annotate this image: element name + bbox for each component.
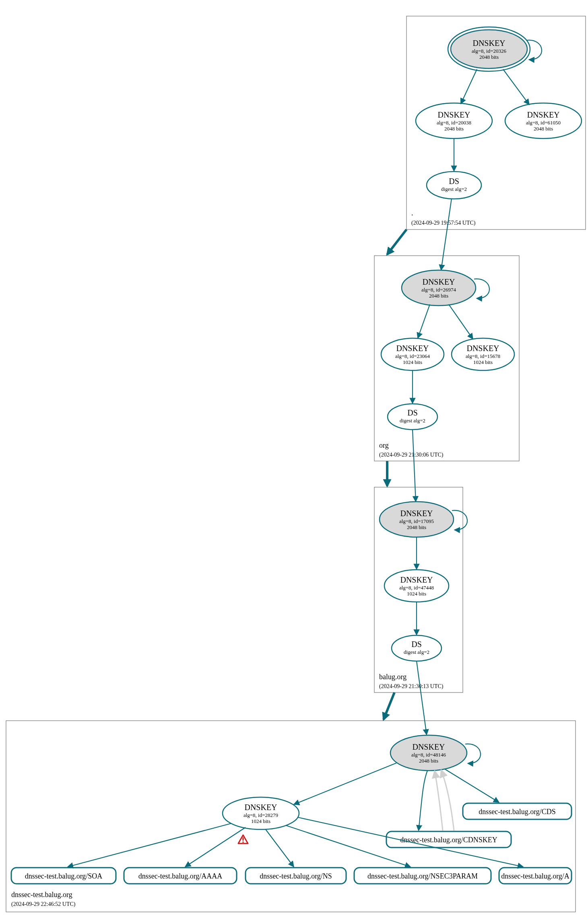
svg-text:DNSKEY: DNSKEY [527,110,559,119]
warning-icon [238,835,248,843]
svg-text:1024 bits: 1024 bits [251,818,270,824]
root-ksk: DNSKEY alg=8, id=20326 2048 bits [448,27,542,71]
org-zsk2: DNSKEY alg=8, id=15678 1024 bits [452,338,514,370]
zone-balug-timestamp: (2024-09-29 21:30:13 UTC) [379,683,444,690]
rr-soa: dnssec-test.balug.org/SOA [11,868,116,884]
zone-root-name: . [411,209,413,217]
root-ds: DS digest alg=2 [427,172,481,199]
svg-text:1024 bits: 1024 bits [473,359,493,365]
edge-root-ksk-zsk1 [461,69,477,104]
edge-root-ds-to-org-ksk [441,198,452,270]
svg-text:DNSKEY: DNSKEY [400,509,433,518]
zone-dnssec-name: dnssec-test.balug.org [11,891,72,899]
svg-text:2048 bits: 2048 bits [534,126,553,132]
svg-text:2048 bits: 2048 bits [429,293,448,299]
svg-text:digest alg=2: digest alg=2 [441,186,467,192]
svg-text:2048 bits: 2048 bits [444,126,464,132]
edge-zsk-ns [266,829,294,867]
svg-text:1024 bits: 1024 bits [407,591,426,597]
zone-root: . (2024-09-29 19:57:54 UTC) DNSKEY alg=8… [406,16,586,229]
svg-text:dnssec-test.balug.org/SOA: dnssec-test.balug.org/SOA [25,872,103,880]
edge-balug-ds-to-dnssec-ksk [417,661,427,735]
edge-zsk-soa [68,823,231,867]
org-zsk1: DNSKEY alg=8, id=23064 1024 bits [381,338,444,370]
org-ksk: DNSKEY alg=8, id=26974 2048 bits [402,270,489,306]
svg-text:2048 bits: 2048 bits [479,54,499,60]
edge-grey-cdnskey-ksk-1 [435,771,443,831]
svg-text:alg=8, id=48146: alg=8, id=48146 [411,752,446,758]
svg-text:alg=8, id=28279: alg=8, id=28279 [243,812,278,818]
edge-ksk-cds [445,769,499,802]
zone-dnssec: dnssec-test.balug.org (2024-09-29 22:46:… [6,721,576,912]
edge-grey-cdnskey-ksk-2 [441,770,454,831]
svg-text:DS: DS [407,408,418,417]
svg-text:DNSKEY: DNSKEY [437,110,470,119]
edge-dnssec-ksk-zsk [294,763,396,804]
zone-org: org (2024-09-29 21:30:06 UTC) DNSKEY alg… [374,256,519,461]
svg-text:DS: DS [411,640,422,649]
rr-a: dnssec-test.balug.org/A [499,868,571,884]
root-zsk1: DNSKEY alg=8, id=20038 2048 bits [416,103,492,139]
edge-ksk-cdnskey [419,771,427,831]
svg-text:alg=8, id=20038: alg=8, id=20038 [437,120,471,126]
balug-ds: DS digest alg=2 [392,635,442,661]
svg-text:DNSKEY: DNSKEY [244,803,277,812]
svg-text:DNSKEY: DNSKEY [396,344,429,353]
svg-text:dnssec-test.balug.org/NS: dnssec-test.balug.org/NS [260,872,332,880]
zone-balug-name: balug.org [379,673,406,681]
rr-ns: dnssec-test.balug.org/NS [246,868,346,884]
rr-cdnskey: dnssec-test.balug.org/CDNSKEY [386,831,511,848]
svg-text:alg=8, id=61050: alg=8, id=61050 [526,120,561,126]
svg-text:alg=8, id=15678: alg=8, id=15678 [466,353,500,359]
zone-balug: balug.org (2024-09-29 21:30:13 UTC) DNSK… [374,487,467,693]
rr-cds: dnssec-test.balug.org/CDS [463,803,571,819]
svg-text:dnssec-test.balug.org/NSEC3PAR: dnssec-test.balug.org/NSEC3PARAM [367,872,478,880]
zone-dnssec-timestamp: (2024-09-29 22:46:52 UTC) [11,901,76,908]
rr-aaaa: dnssec-test.balug.org/AAAA [124,868,237,884]
svg-text:DNSKEY: DNSKEY [466,344,499,353]
svg-text:DNSKEY: DNSKEY [400,575,433,584]
svg-text:dnssec-test.balug.org/AAAA: dnssec-test.balug.org/AAAA [138,872,223,880]
svg-text:dnssec-test.balug.org/A: dnssec-test.balug.org/A [501,872,569,880]
dnssec-zsk: DNSKEY alg=8, id=28279 1024 bits [223,797,299,829]
svg-text:DS: DS [449,177,459,186]
edge-org-ds-to-balug-ksk [413,430,416,502]
svg-text:2048 bits: 2048 bits [419,758,438,764]
delegation-balug-to-dnssec [384,693,394,719]
dnssec-ksk: DNSKEY alg=8, id=48146 2048 bits [390,735,481,771]
svg-text:alg=8, id=47448: alg=8, id=47448 [399,585,434,591]
org-ds: DS digest alg=2 [388,404,437,430]
balug-ksk: DNSKEY alg=8, id=17095 2048 bits [380,502,467,537]
edge-org-ksk-zsk2 [449,304,473,339]
svg-rect-69 [243,841,244,843]
zone-org-timestamp: (2024-09-29 21:30:06 UTC) [379,452,444,458]
svg-text:alg=8, id=23064: alg=8, id=23064 [395,353,430,359]
svg-text:DNSKEY: DNSKEY [412,742,445,751]
edge-org-ksk-zsk1 [418,304,430,338]
root-zsk2: DNSKEY alg=8, id=61050 2048 bits [505,103,582,139]
svg-rect-68 [243,837,244,841]
zone-root-timestamp: (2024-09-29 19:57:54 UTC) [411,220,476,226]
svg-text:alg=8, id=20326: alg=8, id=20326 [472,48,507,54]
rr-nsec3param: dnssec-test.balug.org/NSEC3PARAM [354,868,491,884]
svg-text:DNSKEY: DNSKEY [472,39,505,48]
svg-text:digest alg=2: digest alg=2 [400,418,425,424]
svg-text:dnssec-test.balug.org/CDS: dnssec-test.balug.org/CDS [479,808,556,816]
delegation-root-to-org [387,229,406,254]
zone-org-name: org [379,441,389,449]
edge-root-ksk-zsk2 [503,69,529,105]
svg-text:digest alg=2: digest alg=2 [404,649,429,655]
svg-text:1024 bits: 1024 bits [403,359,422,365]
svg-text:DNSKEY: DNSKEY [422,277,455,286]
svg-text:alg=8, id=17095: alg=8, id=17095 [399,518,434,524]
balug-zsk: DNSKEY alg=8, id=47448 1024 bits [384,570,449,602]
svg-text:alg=8, id=26974: alg=8, id=26974 [421,287,456,293]
svg-text:2048 bits: 2048 bits [407,524,426,530]
